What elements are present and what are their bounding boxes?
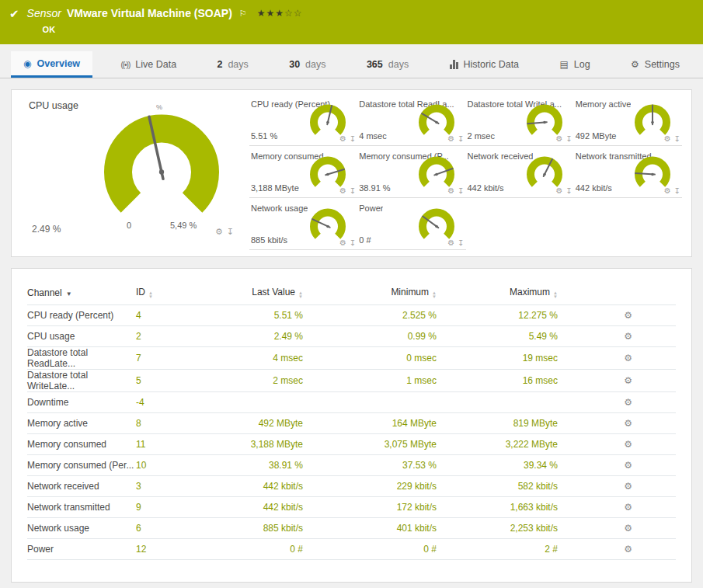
live-data-icon: ((•)) bbox=[120, 61, 130, 69]
gauge-download-icon[interactable]: ↧ bbox=[458, 134, 464, 143]
tab-365-days-label: days bbox=[388, 59, 409, 70]
channel-last-value: 0 # bbox=[183, 538, 303, 559]
channel-row[interactable]: Datastore total ReadLate...74 msec0 msec… bbox=[27, 346, 676, 369]
channel-row[interactable]: CPU usage22.49 %0.99 %5.49 %⚙ bbox=[27, 325, 676, 346]
gauge-settings-icon[interactable]: ⚙ bbox=[664, 186, 671, 195]
flag-icon[interactable]: ⚐ bbox=[239, 9, 247, 19]
channel-row[interactable]: Memory consumed (Per...1038.91 %37.53 %3… bbox=[27, 454, 676, 475]
tab-2-days[interactable]: 2 days bbox=[204, 51, 260, 78]
channel-settings-icon[interactable]: ⚙ bbox=[624, 418, 632, 429]
tab-365-days[interactable]: 365 days bbox=[354, 51, 421, 78]
channel-minimum: 3,075 MByte bbox=[303, 433, 437, 454]
channel-name: CPU ready (Percent) bbox=[27, 304, 136, 325]
channel-settings-icon[interactable]: ⚙ bbox=[624, 481, 632, 492]
col-header-last-value[interactable]: Last Value▲▼ bbox=[183, 281, 303, 304]
gauge-download-icon[interactable]: ↧ bbox=[566, 186, 572, 195]
gauge-settings-icon[interactable]: ⚙ bbox=[555, 134, 562, 143]
channel-settings-icon[interactable]: ⚙ bbox=[624, 523, 632, 534]
col-header-minimum[interactable]: Minimum▲▼ bbox=[303, 281, 437, 304]
gauge-settings-icon[interactable]: ⚙ bbox=[339, 186, 346, 195]
sort-icon[interactable]: ▲▼ bbox=[298, 291, 303, 299]
col-header-id[interactable]: ID▲▼ bbox=[136, 281, 183, 304]
channel-name: Network transmitted bbox=[27, 496, 136, 517]
mini-gauge-value: 492 MByte bbox=[576, 131, 617, 141]
channel-row[interactable]: Network usage6885 kbit/s401 kbit/s2,253 … bbox=[27, 517, 676, 538]
gauge-download-icon[interactable]: ↧ bbox=[350, 238, 356, 247]
channel-last-value: 442 kbit/s bbox=[183, 496, 303, 517]
gauge-settings-icon[interactable]: ⚙ bbox=[339, 134, 346, 143]
tab-overview[interactable]: ◉ Overview bbox=[11, 51, 92, 78]
tab-settings[interactable]: ⚙ Settings bbox=[618, 51, 692, 78]
col-header-actions bbox=[558, 281, 676, 304]
gauge-settings-icon[interactable]: ⚙ bbox=[339, 238, 346, 247]
tab-historic-data-label: Historic Data bbox=[464, 59, 520, 70]
channel-settings-icon[interactable]: ⚙ bbox=[624, 397, 632, 408]
gauge-download-icon[interactable]: ↧ bbox=[566, 134, 572, 143]
channel-row[interactable]: Network received3442 kbit/s229 kbit/s582… bbox=[27, 475, 676, 496]
channel-id: 11 bbox=[136, 433, 183, 454]
channel-id: 5 bbox=[136, 369, 183, 391]
channel-settings-icon[interactable]: ⚙ bbox=[624, 544, 632, 555]
channel-minimum: 1 msec bbox=[303, 369, 437, 391]
settings-gear-icon: ⚙ bbox=[631, 59, 639, 70]
channel-id: 3 bbox=[136, 475, 183, 496]
primary-gauge-title: CPU usage bbox=[29, 100, 78, 111]
channel-settings-icon[interactable]: ⚙ bbox=[624, 353, 632, 364]
channel-row[interactable]: Memory active8492 MByte164 MByte819 MByt… bbox=[27, 412, 676, 433]
channel-name: Memory consumed bbox=[27, 433, 136, 454]
channel-settings-icon[interactable]: ⚙ bbox=[624, 460, 632, 471]
gauge-download-icon[interactable]: ↧ bbox=[227, 227, 234, 237]
channel-row[interactable]: Network transmitted9442 kbit/s172 kbit/s… bbox=[27, 496, 676, 517]
channel-name: Network usage bbox=[27, 517, 136, 538]
channel-settings-icon[interactable]: ⚙ bbox=[624, 439, 632, 450]
channel-maximum: 2 # bbox=[437, 538, 558, 559]
tab-2-days-number: 2 bbox=[217, 59, 222, 70]
sort-icon[interactable]: ▲▼ bbox=[432, 291, 437, 299]
channel-id: 7 bbox=[136, 346, 183, 369]
channel-name: Power bbox=[27, 538, 136, 559]
tab-historic-data[interactable]: Historic Data bbox=[437, 51, 532, 78]
sort-icon[interactable]: ▲▼ bbox=[553, 291, 558, 299]
channel-minimum bbox=[303, 391, 437, 412]
channel-settings-icon[interactable]: ⚙ bbox=[624, 375, 632, 386]
channel-name: Downtime bbox=[27, 391, 136, 412]
channel-row[interactable]: CPU ready (Percent)45.51 %2.525 %12.275 … bbox=[27, 304, 676, 325]
mini-gauge-tile: Network transmitted442 kbit/s⚙↧ bbox=[574, 150, 682, 198]
channel-settings-icon[interactable]: ⚙ bbox=[624, 331, 632, 342]
gauge-settings-icon[interactable]: ⚙ bbox=[215, 227, 223, 237]
channel-row[interactable]: Datastore total WriteLate...52 msec1 mse… bbox=[27, 369, 676, 391]
sort-icon[interactable]: ▲▼ bbox=[148, 291, 153, 299]
col-header-channel[interactable]: Channel▼ bbox=[27, 281, 136, 304]
gauge-settings-icon[interactable]: ⚙ bbox=[447, 134, 454, 143]
channel-minimum: 0 msec bbox=[303, 346, 437, 369]
mini-gauge-value: 5.51 % bbox=[251, 131, 277, 141]
gauge-download-icon[interactable]: ↧ bbox=[674, 134, 680, 143]
channel-row[interactable]: Downtime-4⚙ bbox=[27, 391, 676, 412]
gauge-settings-icon[interactable]: ⚙ bbox=[447, 186, 454, 195]
channel-maximum: 12.275 % bbox=[437, 304, 558, 325]
channel-row[interactable]: Power120 #0 #2 #⚙ bbox=[27, 538, 676, 559]
tab-live-data[interactable]: ((•)) Live Data bbox=[108, 51, 189, 78]
col-header-maximum[interactable]: Maximum▲▼ bbox=[437, 281, 558, 304]
object-kind-label: Sensor bbox=[27, 7, 61, 19]
channel-row[interactable]: Memory consumed113,188 MByte3,075 MByte3… bbox=[27, 433, 676, 454]
gauge-download-icon[interactable]: ↧ bbox=[674, 186, 680, 195]
gauge-settings-icon[interactable]: ⚙ bbox=[664, 134, 671, 143]
primary-gauge[interactable] bbox=[103, 110, 220, 229]
gauge-download-icon[interactable]: ↧ bbox=[350, 186, 356, 195]
tab-log[interactable]: ▤ Log bbox=[547, 51, 602, 78]
mini-gauge-tile: Memory active492 MByte⚙↧ bbox=[574, 98, 682, 146]
gauge-download-icon[interactable]: ↧ bbox=[350, 134, 356, 143]
tab-30-days[interactable]: 30 days bbox=[277, 51, 338, 78]
mini-gauges-grid: CPU ready (Percent)5.51 %⚙↧Datastore tot… bbox=[245, 90, 691, 256]
priority-stars[interactable]: ★★★☆☆ bbox=[257, 8, 303, 19]
channel-settings-icon[interactable]: ⚙ bbox=[624, 310, 632, 321]
gauge-download-icon[interactable]: ↧ bbox=[458, 238, 464, 247]
channel-name: Datastore total ReadLate... bbox=[27, 346, 136, 369]
gauge-settings-icon[interactable]: ⚙ bbox=[447, 238, 454, 247]
gauge-download-icon[interactable]: ↧ bbox=[458, 186, 464, 195]
gauge-settings-icon[interactable]: ⚙ bbox=[555, 186, 562, 195]
channel-minimum: 0 # bbox=[303, 538, 437, 559]
channel-settings-icon[interactable]: ⚙ bbox=[624, 502, 632, 513]
channel-last-value: 3,188 MByte bbox=[183, 433, 303, 454]
